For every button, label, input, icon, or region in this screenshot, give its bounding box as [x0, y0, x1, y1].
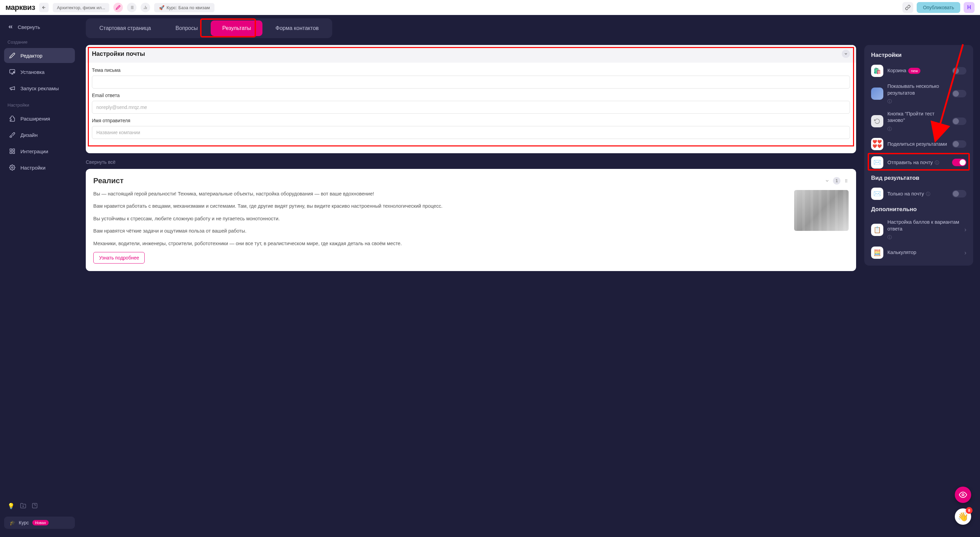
cart-new-badge: new [908, 68, 920, 74]
preview-fab[interactable] [955, 487, 971, 503]
tabs-wrap: Стартовая страница Вопросы Результаты Фо… [86, 18, 332, 38]
topbar-right: Опубликовать Н [902, 2, 975, 13]
nav-settings[interactable]: Настройки [4, 160, 75, 175]
share-label: Поделиться результатами [888, 141, 948, 148]
setting-scores[interactable]: 📋 Настройка баллов к вариантам ответа ⓘ … [871, 219, 966, 241]
reply-label: Email ответа [92, 92, 850, 98]
collapse-sidebar[interactable]: Свернуть [3, 21, 76, 33]
svg-point-23 [846, 179, 847, 180]
additional-title: Дополнительно [871, 206, 966, 213]
email-icon: ✉️ [871, 156, 883, 169]
result-header: Реалист 1 [93, 176, 849, 185]
retry-icon [871, 115, 883, 127]
result-text: Вы — настоящий герой реальности! Техника… [93, 190, 787, 264]
quiz-name[interactable]: Архитектор, физик ил... [53, 3, 109, 12]
topbar-left: марквиз Архитектор, физик ил... 🚀 Курс: … [5, 3, 215, 12]
list-icon[interactable] [127, 3, 137, 12]
result-controls: 1 [825, 177, 849, 185]
svg-rect-13 [10, 149, 11, 150]
nav-integrations[interactable]: Интеграции [4, 144, 75, 159]
stats-icon[interactable] [141, 3, 150, 12]
tab-results[interactable]: Результаты [211, 21, 262, 36]
tab-questions[interactable]: Вопросы [164, 21, 209, 36]
multiple-toggle[interactable] [952, 90, 966, 97]
retry-toggle[interactable] [952, 118, 966, 125]
collapse-all[interactable]: Свернуть всё [86, 159, 856, 165]
setting-calculator[interactable]: 🧮 Калькулятор › [871, 247, 966, 259]
chat-fab[interactable]: 👋 8 [955, 508, 971, 525]
result-p2: Вам нравится работать с вещами, механизм… [93, 202, 787, 210]
chevron-right-icon: › [964, 226, 966, 233]
help-icon[interactable]: ⓘ [888, 99, 892, 105]
sender-input[interactable] [92, 126, 850, 139]
email-header: Настройки почты [86, 45, 856, 63]
avatar[interactable]: Н [964, 2, 975, 13]
gear-icon [9, 164, 16, 171]
help-icon[interactable]: ⓘ [926, 191, 930, 197]
bottom-icons: 💡 [3, 499, 76, 514]
tab-contacts[interactable]: Форма контактов [264, 21, 330, 36]
install-icon [9, 69, 16, 75]
sender-label: Имя отправителя [92, 118, 850, 123]
course-pill-label: Курс: База по квизам [167, 5, 210, 10]
setting-share: ❤️❤️❤️❤️ Поделиться результатами [871, 138, 966, 150]
back-button[interactable] [39, 3, 49, 12]
course-button[interactable]: 🎓 Курс Новая [4, 516, 75, 529]
nav-ads[interactable]: Запуск рекламы [4, 81, 75, 96]
folder-plus-icon[interactable] [20, 503, 26, 510]
publish-button[interactable]: Опубликовать [917, 2, 960, 13]
nav-install[interactable]: Установка [4, 64, 75, 79]
view-title: Вид результатов [871, 175, 966, 182]
logo: марквиз [5, 3, 35, 12]
result-p1: Вы — настоящий герой реальности! Техника… [93, 190, 787, 198]
svg-point-27 [846, 182, 847, 182]
tabs: Стартовая страница Вопросы Результаты Фо… [86, 18, 332, 38]
help-icon[interactable]: ⓘ [888, 234, 892, 241]
help-icon[interactable] [32, 503, 38, 510]
new-badge: Новая [32, 520, 49, 526]
send-email-toggle[interactable] [952, 159, 966, 166]
tab-start[interactable]: Стартовая страница [88, 21, 162, 36]
subject-input[interactable] [92, 76, 850, 89]
nav-design[interactable]: Дизайн [4, 127, 75, 142]
integrations-icon [9, 148, 16, 155]
setting-retry: Кнопка "Пройти тест заново" ⓘ [871, 111, 966, 132]
course-pill[interactable]: 🚀 Курс: База по квизам [154, 3, 215, 12]
nav-settings-label: Настройки [21, 165, 46, 171]
collapse-email-icon[interactable] [842, 50, 850, 58]
cart-icon: 🛍️ [871, 65, 883, 77]
chevron-down-icon[interactable] [825, 178, 830, 183]
email-only-label: Только на почту ⓘ [888, 191, 948, 198]
send-email-label: Отправить на почту ⓘ [888, 159, 948, 166]
share-toggle[interactable] [952, 140, 966, 148]
email-settings-card: Настройки почты Тема письма Email ответа… [86, 45, 856, 153]
svg-rect-16 [10, 152, 11, 154]
reply-input[interactable] [92, 101, 850, 114]
link-button[interactable] [902, 2, 913, 13]
email-card-wrap: Настройки почты Тема письма Email ответа… [86, 45, 856, 153]
calculator-label: Калькулятор [888, 249, 960, 256]
chevron-right-icon: › [964, 249, 966, 257]
lightbulb-icon[interactable]: 💡 [8, 503, 14, 510]
nav-extensions[interactable]: Расширения [4, 111, 75, 126]
edit-icon[interactable] [113, 3, 123, 12]
content: Стартовая страница Вопросы Результаты Фо… [79, 15, 980, 537]
nav-editor-label: Редактор [21, 53, 43, 59]
chat-badge: 8 [966, 507, 972, 514]
cart-toggle[interactable] [952, 67, 966, 75]
learn-more-button[interactable]: Узнать подробнее [93, 252, 145, 264]
drag-handle-icon[interactable] [844, 178, 849, 183]
scores-label: Настройка баллов к вариантам ответа ⓘ [888, 219, 960, 241]
left-column: Настройки почты Тема письма Email ответа… [86, 45, 856, 271]
svg-point-29 [962, 494, 964, 496]
calculator-icon: 🧮 [871, 247, 883, 259]
rocket-icon: 🚀 [159, 5, 164, 10]
svg-point-25 [846, 180, 847, 181]
nav-editor[interactable]: Редактор [4, 48, 75, 63]
help-icon[interactable]: ⓘ [888, 126, 892, 132]
email-only-toggle[interactable] [952, 190, 966, 198]
multiple-label: Показывать несколько результатов ⓘ [888, 83, 948, 105]
settings-title: Настройки [871, 52, 966, 59]
sidebar-bottom: 💡 🎓 Курс Новая [3, 499, 76, 532]
help-icon[interactable]: ⓘ [935, 160, 939, 166]
